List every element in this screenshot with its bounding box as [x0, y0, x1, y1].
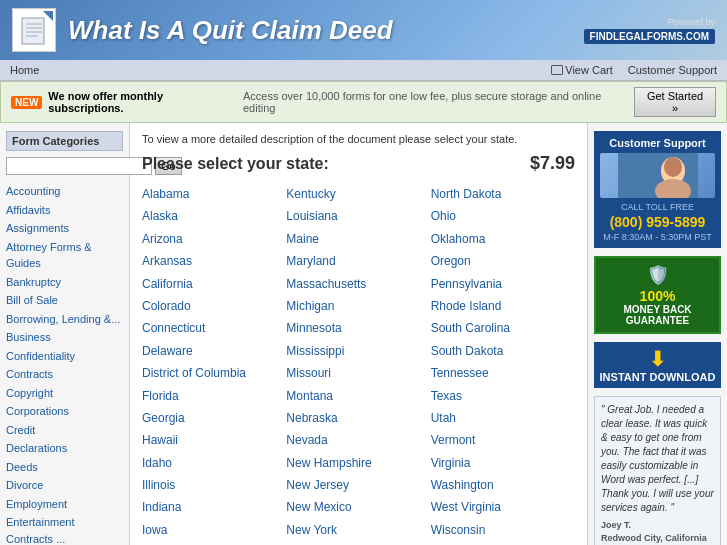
sidebar-item-divorce[interactable]: Divorce [6, 477, 123, 494]
states-grid: AlabamaAlaskaArizonaArkansasCaliforniaCo… [142, 184, 575, 545]
state-link-idaho[interactable]: Idaho [142, 453, 286, 473]
sidebar-item-affidavits[interactable]: Affidavits [6, 202, 123, 219]
state-link-south-carolina[interactable]: South Carolina [431, 318, 575, 338]
testimonial-author: Joey T. Redwood City, California [601, 519, 714, 544]
sidebar-item-attorney-forms---guides[interactable]: Attorney Forms & Guides [6, 239, 123, 272]
state-link-indiana[interactable]: Indiana [142, 497, 286, 517]
sidebar-item-assignments[interactable]: Assignments [6, 220, 123, 237]
price-label: $7.99 [530, 153, 575, 174]
nav-view-cart[interactable]: View Cart [551, 64, 612, 76]
state-link-massachusetts[interactable]: Massachusetts [286, 274, 430, 294]
state-col-2: KentuckyLouisianaMaineMarylandMassachuse… [286, 184, 430, 545]
sidebar-item-credit[interactable]: Credit [6, 422, 123, 439]
state-link-oklahoma[interactable]: Oklahoma [431, 229, 575, 249]
sidebar-item-bankruptcy[interactable]: Bankruptcy [6, 274, 123, 291]
state-link-washington[interactable]: Washington [431, 475, 575, 495]
state-link-wisconsin[interactable]: Wisconsin [431, 520, 575, 540]
state-link-new-mexico[interactable]: New Mexico [286, 497, 430, 517]
state-link-texas[interactable]: Texas [431, 386, 575, 406]
state-link-maine[interactable]: Maine [286, 229, 430, 249]
navbar: Home View Cart Customer Support [0, 60, 727, 81]
header-right: Powered by FINDLEGALFORMS.COM [584, 17, 715, 44]
state-link-colorado[interactable]: Colorado [142, 296, 286, 316]
state-link-iowa[interactable]: Iowa [142, 520, 286, 540]
subscription-bar: NEW We now offer monthly subscriptions. … [0, 81, 727, 123]
sidebar-item-business[interactable]: Business [6, 329, 123, 346]
state-link-georgia[interactable]: Georgia [142, 408, 286, 428]
get-started-button[interactable]: Get Started » [634, 87, 716, 117]
state-link-alabama[interactable]: Alabama [142, 184, 286, 204]
state-link-nebraska[interactable]: Nebraska [286, 408, 430, 428]
main-layout: Form Categories Go AccountingAffidavitsA… [0, 123, 727, 545]
state-link-illinois[interactable]: Illinois [142, 475, 286, 495]
svg-rect-0 [22, 18, 44, 44]
sidebar-item-bill-of-sale[interactable]: Bill of Sale [6, 292, 123, 309]
state-link-oregon[interactable]: Oregon [431, 251, 575, 271]
state-link-new-york[interactable]: New York [286, 520, 430, 540]
sidebar-item-corporations[interactable]: Corporations [6, 403, 123, 420]
logo-icon [12, 8, 56, 52]
intro-text: To view a more detailed description of t… [142, 133, 575, 145]
testimonial-box: " Great Job. I needed a clear lease. It … [594, 396, 721, 545]
customer-support-box: Customer Support CALL TOLL FREE (800) 95… [594, 131, 721, 248]
sidebar-item-copyright[interactable]: Copyright [6, 385, 123, 402]
guarantee-icon: 🛡️ [602, 264, 713, 286]
cust-support-title: Customer Support [600, 137, 715, 149]
state-link-minnesota[interactable]: Minnesota [286, 318, 430, 338]
nav-home[interactable]: Home [10, 64, 39, 76]
powered-by-label: Powered by [667, 17, 715, 27]
state-link-north-dakota[interactable]: North Dakota [431, 184, 575, 204]
state-link-new-jersey[interactable]: New Jersey [286, 475, 430, 495]
state-link-ohio[interactable]: Ohio [431, 206, 575, 226]
money-back-pct: 100% [602, 288, 713, 304]
state-link-nevada[interactable]: Nevada [286, 430, 430, 450]
instant-download-box: ⬇ INSTANT DOWNLOAD [594, 342, 721, 388]
select-header: Please select your state: $7.99 [142, 153, 575, 174]
state-link-rhode-island[interactable]: Rhode Island [431, 296, 575, 316]
state-link-hawaii[interactable]: Hawaii [142, 430, 286, 450]
state-link-utah[interactable]: Utah [431, 408, 575, 428]
money-back-box: 🛡️ 100% MONEY BACK GUARANTEE [594, 256, 721, 334]
right-panel: Customer Support CALL TOLL FREE (800) 95… [587, 123, 727, 545]
svg-point-8 [664, 157, 682, 177]
state-link-kentucky[interactable]: Kentucky [286, 184, 430, 204]
state-link-pennsylvania[interactable]: Pennsylvania [431, 274, 575, 294]
state-link-district-of-columbia[interactable]: District of Columbia [142, 363, 286, 383]
state-link-louisiana[interactable]: Louisiana [286, 206, 430, 226]
nav-customer-support[interactable]: Customer Support [628, 64, 717, 76]
state-col-3: North DakotaOhioOklahomaOregonPennsylvan… [431, 184, 575, 545]
sidebar-item-deeds[interactable]: Deeds [6, 459, 123, 476]
state-link-connecticut[interactable]: Connecticut [142, 318, 286, 338]
state-link-virginia[interactable]: Virginia [431, 453, 575, 473]
state-link-michigan[interactable]: Michigan [286, 296, 430, 316]
state-link-missouri[interactable]: Missouri [286, 363, 430, 383]
state-link-tennessee[interactable]: Tennessee [431, 363, 575, 383]
findlegal-logo: FINDLEGALFORMS.COM [584, 29, 715, 44]
state-link-florida[interactable]: Florida [142, 386, 286, 406]
sidebar-item-accounting[interactable]: Accounting [6, 183, 123, 200]
cust-support-hours: M-F 8:30AM - 5:30PM PST [600, 232, 715, 242]
page-title: What Is A Quit Claim Deed [68, 15, 393, 46]
state-link-new-hampshire[interactable]: New Hampshire [286, 453, 430, 473]
sidebar-item-confidentiality[interactable]: Confidentiality [6, 348, 123, 365]
sidebar-links: AccountingAffidavitsAssignmentsAttorney … [6, 183, 123, 545]
state-link-alaska[interactable]: Alaska [142, 206, 286, 226]
sidebar-item-employment[interactable]: Employment [6, 496, 123, 513]
download-arrow-icon: ⬇ [599, 347, 716, 371]
state-link-vermont[interactable]: Vermont [431, 430, 575, 450]
state-link-montana[interactable]: Montana [286, 386, 430, 406]
state-link-arkansas[interactable]: Arkansas [142, 251, 286, 271]
main-content: To view a more detailed description of t… [130, 123, 587, 545]
cust-support-avatar [600, 153, 715, 198]
state-link-south-dakota[interactable]: South Dakota [431, 341, 575, 361]
state-link-maryland[interactable]: Maryland [286, 251, 430, 271]
state-link-arizona[interactable]: Arizona [142, 229, 286, 249]
state-link-delaware[interactable]: Delaware [142, 341, 286, 361]
sidebar-item-declarations[interactable]: Declarations [6, 440, 123, 457]
state-link-california[interactable]: California [142, 274, 286, 294]
state-link-mississippi[interactable]: Mississippi [286, 341, 430, 361]
sidebar-item-entertainment-contracts----[interactable]: Entertainment Contracts ... [6, 514, 123, 545]
sidebar-item-borrowing--lending-----[interactable]: Borrowing, Lending &... [6, 311, 123, 328]
sidebar-item-contracts[interactable]: Contracts [6, 366, 123, 383]
state-link-west-virginia[interactable]: West Virginia [431, 497, 575, 517]
